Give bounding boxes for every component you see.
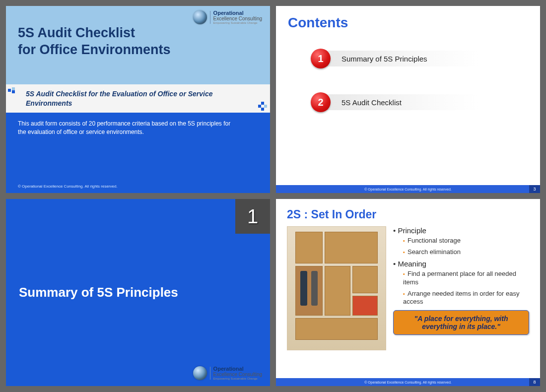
contents-title: Contents xyxy=(288,15,528,31)
svg-rect-5 xyxy=(261,108,264,111)
svg-rect-4 xyxy=(261,102,264,105)
subtitle: 5S Audit Checklist for the Evaluation of… xyxy=(18,89,258,107)
brand-logo: Operational Excellence Consulting Empowe… xyxy=(193,10,262,24)
toc-label: Summary of 5S Principles xyxy=(341,55,427,63)
list-item: Search elimination xyxy=(403,248,529,257)
section-number-box: 1 xyxy=(235,199,270,234)
svg-rect-1 xyxy=(12,87,15,90)
toc-item-2: 2 5S Audit Checklist xyxy=(311,92,528,112)
page-number: 8 xyxy=(529,378,540,386)
globe-icon xyxy=(193,10,207,24)
slide-2-contents: Contents 1 Summary of 5S Principles 2 5S… xyxy=(276,6,540,193)
globe-icon xyxy=(193,366,207,380)
subtitle-panel: 5S Audit Checklist for the Evaluation of… xyxy=(6,84,270,112)
slide-3-section: 1 Summary of 5S Principles Operational E… xyxy=(6,199,270,386)
decoration-left-icon xyxy=(8,87,18,93)
body-text: This audit form consists of 20 performan… xyxy=(18,120,234,136)
slide-4-set-in-order: 2S : Set In Order Principle Functional s… xyxy=(276,199,540,386)
svg-rect-2 xyxy=(12,90,15,93)
svg-rect-6 xyxy=(264,105,267,108)
slide-1: Operational Excellence Consulting Empowe… xyxy=(6,6,270,193)
logo-name: Operational xyxy=(213,10,262,16)
meaning-heading: Meaning xyxy=(393,260,529,268)
body-panel: This audit form consists of 20 performan… xyxy=(6,113,270,193)
section-title: Summary of 5S Principles xyxy=(19,285,178,300)
copyright: © Operational Excellence Consulting. All… xyxy=(18,184,118,189)
content-list: Principle Functional storage Search elim… xyxy=(393,226,529,370)
brand-logo: Operational Excellence Consulting Empowe… xyxy=(193,366,262,380)
svg-rect-0 xyxy=(8,89,11,92)
toc-number-badge: 2 xyxy=(311,92,331,112)
svg-rect-3 xyxy=(258,105,261,108)
copyright: © Operational Excellence Consulting. All… xyxy=(364,381,452,384)
footer-bar: © Operational Excellence Consulting. All… xyxy=(276,378,540,386)
list-item: Arrange needed items in order for easy a… xyxy=(403,290,529,307)
copyright: © Operational Excellence Consulting. All… xyxy=(364,188,452,191)
page-number: 3 xyxy=(529,185,540,193)
principle-heading: Principle xyxy=(393,226,529,235)
toc-item-1: 1 Summary of 5S Principles xyxy=(311,49,528,68)
toc-label: 5S Audit Checklist xyxy=(341,98,402,107)
logo-tag: Empowering Sustainable Change xyxy=(213,377,262,380)
logo-sub: Excellence Consulting xyxy=(213,16,262,21)
quote-callout: "A place for everything, with everything… xyxy=(393,310,529,335)
list-item: Functional storage xyxy=(403,237,529,245)
logo-name: Operational xyxy=(213,366,262,372)
logo-tag: Empowering Sustainable Change xyxy=(213,21,262,24)
title-panel: Operational Excellence Consulting Empowe… xyxy=(6,6,270,84)
list-item: Find a permanent place for all needed it… xyxy=(403,270,529,287)
slide-title: 2S : Set In Order xyxy=(287,208,529,221)
wardrobe-image xyxy=(287,226,386,350)
toc-number-badge: 1 xyxy=(311,49,331,68)
footer-bar: © Operational Excellence Consulting. All… xyxy=(276,185,540,193)
decoration-right-icon xyxy=(258,102,267,111)
main-title: 5S Audit Checklist for Office Environmen… xyxy=(18,25,258,59)
logo-sub: Excellence Consulting xyxy=(213,372,262,377)
